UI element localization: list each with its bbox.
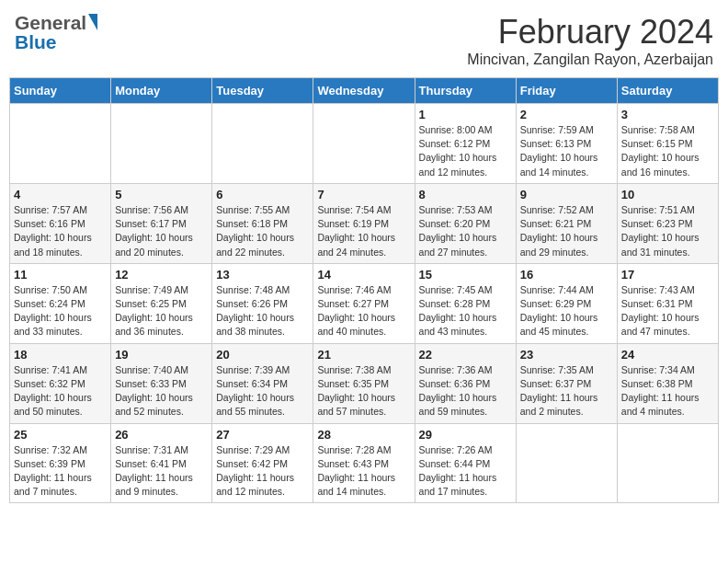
calendar-cell: 20Sunrise: 7:39 AM Sunset: 6:34 PM Dayli… bbox=[212, 343, 313, 423]
logo: General Blue bbox=[15, 13, 97, 52]
calendar-cell: 21Sunrise: 7:38 AM Sunset: 6:35 PM Dayli… bbox=[313, 343, 415, 423]
day-info: Sunrise: 7:48 AM Sunset: 6:26 PM Dayligh… bbox=[216, 283, 309, 339]
day-info: Sunrise: 7:40 AM Sunset: 6:33 PM Dayligh… bbox=[115, 363, 208, 419]
day-number: 18 bbox=[14, 348, 107, 362]
day-number: 11 bbox=[14, 268, 107, 282]
day-number: 6 bbox=[216, 188, 309, 201]
calendar-cell: 22Sunrise: 7:36 AM Sunset: 6:36 PM Dayli… bbox=[415, 343, 516, 423]
day-number: 27 bbox=[216, 428, 309, 442]
day-info: Sunrise: 7:54 AM Sunset: 6:19 PM Dayligh… bbox=[317, 203, 410, 259]
calendar-cell: 10Sunrise: 7:51 AM Sunset: 6:23 PM Dayli… bbox=[617, 183, 718, 263]
calendar-cell: 2Sunrise: 7:59 AM Sunset: 6:13 PM Daylig… bbox=[516, 104, 617, 184]
calendar-cell bbox=[212, 104, 313, 184]
day-info: Sunrise: 7:28 AM Sunset: 6:43 PM Dayligh… bbox=[317, 443, 410, 500]
day-number: 29 bbox=[419, 428, 512, 442]
weekday-header-row: SundayMondayTuesdayWednesdayThursdayFrid… bbox=[10, 78, 719, 104]
day-number: 15 bbox=[419, 268, 512, 282]
day-info: Sunrise: 7:32 AM Sunset: 6:39 PM Dayligh… bbox=[14, 443, 107, 500]
calendar-cell: 8Sunrise: 7:53 AM Sunset: 6:20 PM Daylig… bbox=[415, 183, 516, 263]
day-number: 7 bbox=[317, 188, 410, 201]
calendar-cell bbox=[10, 104, 111, 184]
calendar-cell: 27Sunrise: 7:29 AM Sunset: 6:42 PM Dayli… bbox=[212, 423, 313, 503]
calendar-cell: 3Sunrise: 7:58 AM Sunset: 6:15 PM Daylig… bbox=[617, 104, 718, 184]
day-info: Sunrise: 7:34 AM Sunset: 6:38 PM Dayligh… bbox=[621, 363, 714, 419]
calendar-week-row: 18Sunrise: 7:41 AM Sunset: 6:32 PM Dayli… bbox=[10, 343, 719, 423]
day-number: 14 bbox=[317, 268, 410, 282]
day-number: 20 bbox=[216, 348, 309, 362]
day-number: 22 bbox=[419, 348, 512, 362]
day-number: 16 bbox=[520, 268, 613, 282]
calendar-cell: 25Sunrise: 7:32 AM Sunset: 6:39 PM Dayli… bbox=[10, 423, 111, 503]
day-info: Sunrise: 7:50 AM Sunset: 6:24 PM Dayligh… bbox=[14, 283, 107, 339]
day-info: Sunrise: 7:41 AM Sunset: 6:32 PM Dayligh… bbox=[14, 363, 107, 419]
logo-triangle-icon bbox=[88, 14, 97, 30]
day-number: 17 bbox=[621, 268, 714, 282]
day-info: Sunrise: 8:00 AM Sunset: 6:12 PM Dayligh… bbox=[419, 123, 512, 179]
day-number: 19 bbox=[115, 348, 208, 362]
day-number: 9 bbox=[520, 188, 613, 201]
day-info: Sunrise: 7:56 AM Sunset: 6:17 PM Dayligh… bbox=[115, 203, 208, 259]
day-info: Sunrise: 7:53 AM Sunset: 6:20 PM Dayligh… bbox=[419, 203, 512, 259]
day-number: 21 bbox=[317, 348, 410, 362]
calendar-cell bbox=[313, 104, 415, 184]
calendar-cell: 9Sunrise: 7:52 AM Sunset: 6:21 PM Daylig… bbox=[516, 183, 617, 263]
calendar-cell bbox=[111, 104, 212, 184]
calendar-cell: 12Sunrise: 7:49 AM Sunset: 6:25 PM Dayli… bbox=[111, 263, 212, 343]
day-info: Sunrise: 7:29 AM Sunset: 6:42 PM Dayligh… bbox=[216, 443, 309, 500]
logo-general-text: General bbox=[15, 13, 86, 32]
calendar-cell bbox=[516, 423, 617, 503]
day-number: 8 bbox=[419, 188, 512, 201]
day-info: Sunrise: 7:26 AM Sunset: 6:44 PM Dayligh… bbox=[419, 443, 512, 500]
calendar-cell: 28Sunrise: 7:28 AM Sunset: 6:43 PM Dayli… bbox=[313, 423, 415, 503]
day-number: 5 bbox=[115, 188, 208, 201]
day-info: Sunrise: 7:43 AM Sunset: 6:31 PM Dayligh… bbox=[621, 283, 714, 339]
calendar-cell: 29Sunrise: 7:26 AM Sunset: 6:44 PM Dayli… bbox=[415, 423, 516, 503]
calendar-cell bbox=[617, 423, 718, 503]
day-number: 1 bbox=[419, 108, 512, 121]
day-info: Sunrise: 7:45 AM Sunset: 6:28 PM Dayligh… bbox=[419, 283, 512, 339]
day-info: Sunrise: 7:35 AM Sunset: 6:37 PM Dayligh… bbox=[520, 363, 613, 419]
calendar-cell: 1Sunrise: 8:00 AM Sunset: 6:12 PM Daylig… bbox=[415, 104, 516, 184]
day-number: 4 bbox=[14, 188, 107, 201]
weekday-header-thursday: Thursday bbox=[415, 78, 516, 104]
title-area: February 2024 Mincivan, Zangilan Rayon, … bbox=[467, 13, 713, 68]
weekday-header-sunday: Sunday bbox=[10, 78, 111, 104]
day-info: Sunrise: 7:49 AM Sunset: 6:25 PM Dayligh… bbox=[115, 283, 208, 339]
day-info: Sunrise: 7:36 AM Sunset: 6:36 PM Dayligh… bbox=[419, 363, 512, 419]
weekday-header-friday: Friday bbox=[516, 78, 617, 104]
calendar-table: SundayMondayTuesdayWednesdayThursdayFrid… bbox=[9, 77, 719, 503]
day-info: Sunrise: 7:59 AM Sunset: 6:13 PM Dayligh… bbox=[520, 123, 613, 179]
day-number: 2 bbox=[520, 108, 613, 121]
calendar-cell: 24Sunrise: 7:34 AM Sunset: 6:38 PM Dayli… bbox=[617, 343, 718, 423]
calendar-cell: 5Sunrise: 7:56 AM Sunset: 6:17 PM Daylig… bbox=[111, 183, 212, 263]
calendar-cell: 18Sunrise: 7:41 AM Sunset: 6:32 PM Dayli… bbox=[10, 343, 111, 423]
calendar-week-row: 25Sunrise: 7:32 AM Sunset: 6:39 PM Dayli… bbox=[10, 423, 719, 503]
day-info: Sunrise: 7:51 AM Sunset: 6:23 PM Dayligh… bbox=[621, 203, 714, 259]
calendar-cell: 15Sunrise: 7:45 AM Sunset: 6:28 PM Dayli… bbox=[415, 263, 516, 343]
day-number: 23 bbox=[520, 348, 613, 362]
header: General Blue February 2024 Mincivan, Zan… bbox=[9, 9, 719, 72]
calendar-cell: 19Sunrise: 7:40 AM Sunset: 6:33 PM Dayli… bbox=[111, 343, 212, 423]
day-number: 12 bbox=[115, 268, 208, 282]
day-number: 24 bbox=[621, 348, 714, 362]
calendar-cell: 16Sunrise: 7:44 AM Sunset: 6:29 PM Dayli… bbox=[516, 263, 617, 343]
location-title: Mincivan, Zangilan Rayon, Azerbaijan bbox=[467, 52, 713, 68]
day-number: 25 bbox=[14, 428, 107, 442]
calendar-week-row: 4Sunrise: 7:57 AM Sunset: 6:16 PM Daylig… bbox=[10, 183, 719, 263]
day-info: Sunrise: 7:39 AM Sunset: 6:34 PM Dayligh… bbox=[216, 363, 309, 419]
calendar-week-row: 1Sunrise: 8:00 AM Sunset: 6:12 PM Daylig… bbox=[10, 104, 719, 184]
calendar-cell: 6Sunrise: 7:55 AM Sunset: 6:18 PM Daylig… bbox=[212, 183, 313, 263]
day-number: 10 bbox=[621, 188, 714, 201]
weekday-header-wednesday: Wednesday bbox=[313, 78, 415, 104]
day-info: Sunrise: 7:55 AM Sunset: 6:18 PM Dayligh… bbox=[216, 203, 309, 259]
calendar-cell: 4Sunrise: 7:57 AM Sunset: 6:16 PM Daylig… bbox=[10, 183, 111, 263]
day-info: Sunrise: 7:46 AM Sunset: 6:27 PM Dayligh… bbox=[317, 283, 410, 339]
calendar-cell: 11Sunrise: 7:50 AM Sunset: 6:24 PM Dayli… bbox=[10, 263, 111, 343]
day-number: 3 bbox=[621, 108, 714, 121]
day-info: Sunrise: 7:31 AM Sunset: 6:41 PM Dayligh… bbox=[115, 443, 208, 500]
day-info: Sunrise: 7:58 AM Sunset: 6:15 PM Dayligh… bbox=[621, 123, 714, 179]
weekday-header-saturday: Saturday bbox=[617, 78, 718, 104]
calendar-cell: 13Sunrise: 7:48 AM Sunset: 6:26 PM Dayli… bbox=[212, 263, 313, 343]
calendar-cell: 7Sunrise: 7:54 AM Sunset: 6:19 PM Daylig… bbox=[313, 183, 415, 263]
logo-blue-text: Blue bbox=[15, 31, 57, 52]
